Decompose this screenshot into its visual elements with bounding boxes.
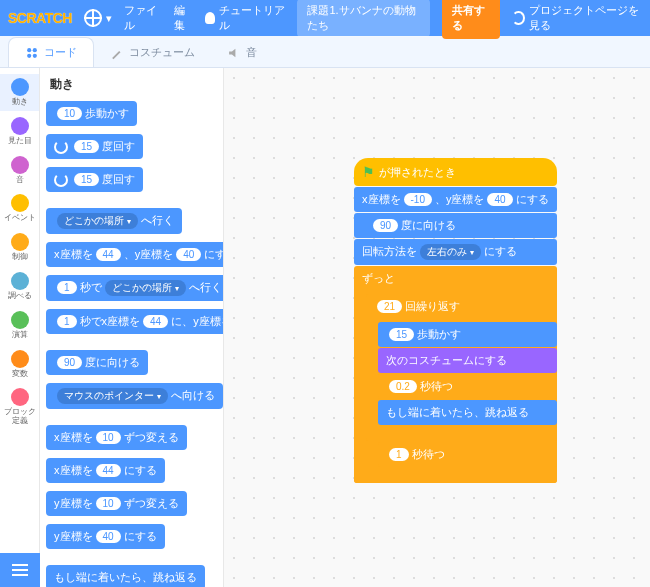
globe-icon xyxy=(84,9,102,27)
rotate-ccw-icon xyxy=(54,173,68,187)
block-when-flag-clicked[interactable]: ⚑が押されたとき xyxy=(354,158,557,186)
category-dot-icon xyxy=(11,350,29,368)
category-調べる[interactable]: 調べる xyxy=(0,268,39,305)
script-point-direction[interactable]: 90度に向ける xyxy=(354,213,557,238)
edit-menu[interactable]: 編集 xyxy=(174,3,193,33)
block-glide-xy[interactable]: 1秒でx座標を44に、y座標を4 xyxy=(46,309,224,334)
block-goto[interactable]: どこかの場所へ行く xyxy=(46,208,182,234)
block-set-y[interactable]: y座標を40にする xyxy=(46,524,165,549)
scratch-logo[interactable]: SCRATCH xyxy=(8,10,72,26)
script-bounce[interactable]: もし端に着いたら、跳ね返る xyxy=(378,400,557,425)
green-flag-icon: ⚑ xyxy=(362,164,375,180)
category-見た目[interactable]: 見た目 xyxy=(0,113,39,150)
category-制御[interactable]: 制御 xyxy=(0,229,39,266)
palette-header: 動き xyxy=(46,76,217,93)
tab-sounds[interactable]: 音 xyxy=(211,38,273,67)
block-change-y[interactable]: y座標を10ずつ変える xyxy=(46,491,187,516)
refresh-icon xyxy=(512,11,525,25)
script-repeat[interactable]: 21回繰り返す 15歩動かす 次のコスチュームにする 0.2秒待つ もし端に着い… xyxy=(366,294,557,441)
brush-icon xyxy=(110,46,124,60)
backpack-button[interactable] xyxy=(0,553,40,587)
script-gotoxy[interactable]: x座標を-10、y座標を40にする xyxy=(354,187,557,212)
block-glide-to[interactable]: 1秒でどこかの場所へ行く xyxy=(46,275,224,301)
block-move-steps[interactable]: 10歩動かす xyxy=(46,101,137,126)
block-change-x[interactable]: x座標を10ずつ変える xyxy=(46,425,187,450)
category-音[interactable]: 音 xyxy=(0,152,39,189)
rotate-cw-icon xyxy=(54,140,68,154)
workspace[interactable]: ⚑が押されたとき x座標を-10、y座標を40にする 90度に向ける 回転方法を… xyxy=(224,68,650,587)
category-dot-icon xyxy=(11,272,29,290)
script-wait-1[interactable]: 0.2秒待つ xyxy=(378,374,557,399)
menu-bar: SCRATCH ▾ ファイル 編集 チュートリアル 課題1.サバンナの動物たち … xyxy=(0,0,650,36)
tabs-bar: コード コスチューム 音 xyxy=(0,36,650,68)
block-point-direction[interactable]: 90度に向ける xyxy=(46,350,148,375)
language-menu[interactable]: ▾ xyxy=(84,9,112,27)
script-rotation-style[interactable]: 回転方法を左右のみにする xyxy=(354,239,557,265)
block-gotoxy[interactable]: x座標を44、y座標を40にする xyxy=(46,242,224,267)
category-変数[interactable]: 変数 xyxy=(0,346,39,383)
block-turn-ccw[interactable]: 15度回す xyxy=(46,167,143,192)
block-bounce[interactable]: もし端に着いたら、跳ね返る xyxy=(46,565,205,587)
svg-point-0 xyxy=(27,48,31,52)
code-icon xyxy=(25,46,39,60)
share-button[interactable]: 共有する xyxy=(442,0,500,39)
category-dot-icon xyxy=(11,78,29,96)
category-list: 動き見た目音イベント制御調べる演算変数ブロック定義 xyxy=(0,68,40,587)
tab-costumes[interactable]: コスチューム xyxy=(94,38,211,67)
backpack-icon xyxy=(12,564,28,576)
category-dot-icon xyxy=(11,117,29,135)
block-palette: 動き 10歩動かす 15度回す 15度回す どこかの場所へ行く x座標を44、y… xyxy=(40,68,224,587)
block-set-x[interactable]: x座標を44にする xyxy=(46,458,165,483)
svg-point-1 xyxy=(33,48,37,52)
script-wait-2[interactable]: 1秒待つ xyxy=(378,442,557,467)
script-next-costume[interactable]: 次のコスチュームにする xyxy=(378,348,557,373)
category-動き[interactable]: 動き xyxy=(0,74,39,111)
script-stack[interactable]: ⚑が押されたとき x座標を-10、y座標を40にする 90度に向ける 回転方法を… xyxy=(354,158,557,483)
category-dot-icon xyxy=(11,233,29,251)
category-演算[interactable]: 演算 xyxy=(0,307,39,344)
project-title-input[interactable]: 課題1.サバンナの動物たち xyxy=(297,0,430,37)
svg-point-3 xyxy=(33,53,37,57)
category-dot-icon xyxy=(11,388,29,406)
file-menu[interactable]: ファイル xyxy=(124,3,162,33)
lightbulb-icon xyxy=(205,12,215,24)
category-イベント[interactable]: イベント xyxy=(0,190,39,227)
category-dot-icon xyxy=(11,194,29,212)
category-dot-icon xyxy=(11,311,29,329)
block-turn-cw[interactable]: 15度回す xyxy=(46,134,143,159)
block-point-towards[interactable]: マウスのポインターへ向ける xyxy=(46,383,223,409)
tab-code[interactable]: コード xyxy=(8,37,94,67)
svg-point-2 xyxy=(27,53,31,57)
sound-icon xyxy=(227,46,241,60)
tutorials-button[interactable]: チュートリアル xyxy=(205,3,285,33)
script-move[interactable]: 15歩動かす xyxy=(378,322,557,347)
see-project-page[interactable]: プロジェクトページを見る xyxy=(512,3,642,33)
category-dot-icon xyxy=(11,156,29,174)
script-forever[interactable]: ずっと 21回繰り返す 15歩動かす 次のコスチュームにする 0.2秒待つ もし… xyxy=(354,266,557,483)
category-ブロック定義[interactable]: ブロック定義 xyxy=(0,384,39,430)
